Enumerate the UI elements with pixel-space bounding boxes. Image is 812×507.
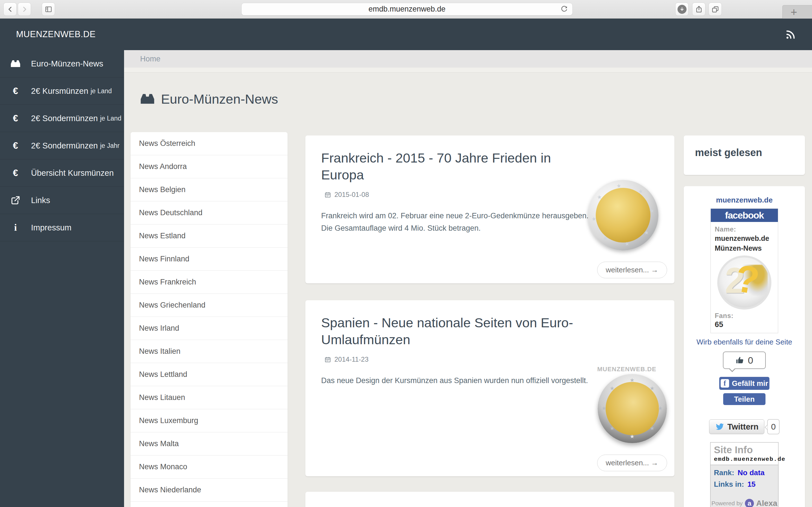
sidebar-item-suffix: je Land [91,87,112,95]
sidebar-item-impressum[interactable]: i Impressum [0,214,124,241]
site-brand[interactable]: MUENZENWEB.DE [16,29,96,40]
external-link-icon [0,195,31,205]
coin-stars: ★ [620,212,626,218]
reload-icon[interactable] [560,5,568,13]
facebook-promote-link[interactable]: Wirb ebenfalls für deine Seite [696,338,792,346]
sidebar-nav: Euro-Münzen-News € 2€ Kursmünzen je Land… [0,50,124,507]
category-item-finnland[interactable]: News Finnland [131,247,288,271]
sidebar-item-label: Übersicht Kursmünzen [31,168,114,178]
category-item-luxemburg[interactable]: News Luxemburg [131,409,288,432]
tweet-count-bubble: 0 [767,419,779,434]
facebook-share-button[interactable]: Teilen [723,393,765,405]
facebook-page-name-line1: muenzenweb.de [715,234,774,243]
facebook-logo: facebook [711,209,778,222]
sidebar-item-sondermuenzen-je-jahr[interactable]: € 2€ Sondermünzen je Jahr [0,132,124,159]
new-tab-button[interactable]: + [782,5,812,18]
facebook-page-avatar: 2 ? [717,256,771,309]
article-title[interactable]: Eurozone - Neues Design der Homepage [321,506,586,507]
category-label: News Andorra [139,162,187,171]
tab-overview-button[interactable] [709,3,722,16]
alexa-rank-value: No data [738,468,764,477]
category-item-litauen[interactable]: News Litauen [131,386,288,409]
sidebar-item-uebersicht-kursmuenzen[interactable]: € Übersicht Kursmünzen [0,159,124,187]
alexa-links-value: 15 [748,480,756,489]
category-label: News Deutschland [139,209,202,217]
alexa-widget: Site Info emdb.muenzenweb.de Rank: No da… [710,442,778,507]
category-item-italien[interactable]: News Italien [131,340,288,363]
category-item-belgien[interactable]: News Belgien [131,178,288,202]
category-item-lettland[interactable]: News Lettland [131,363,288,386]
category-column: News Österreich News Andorra News Belgie… [131,132,288,507]
back-button[interactable] [3,3,17,16]
category-item-griechenland[interactable]: News Griechenland [131,294,288,317]
share-button-label: Teilen [734,395,755,404]
category-item-monaco[interactable]: News Monaco [131,455,288,478]
share-button[interactable] [692,3,705,16]
sidebar-toggle-button[interactable] [42,3,55,16]
category-item-oesterreich[interactable]: News Österreich [131,132,288,155]
like-button-label: Gefällt mir [732,379,768,388]
category-item-estland[interactable]: News Estland [131,224,288,247]
most-read-panel: meist gelesen [684,135,805,175]
tweet-count: 0 [771,422,776,432]
article-title[interactable]: Frankreich - 2015 - 70 Jahre Frieden in … [321,150,586,183]
twitter-row: Twittern 0 [709,419,779,434]
breadcrumb-home-link[interactable]: Home [140,55,160,63]
article-date: 2015-01-08 [335,191,369,199]
sidebar-item-label: 2€ Kursmünzen [31,87,88,96]
social-panel: muenzenweb.de facebook Name: muenzenweb.… [684,186,805,507]
sidebar-item-sondermuenzen-je-land[interactable]: € 2€ Sondermünzen je Land [0,105,124,132]
facebook-like-button[interactable]: f Gefällt mir [719,377,769,390]
article-date: 2014-11-23 [335,355,368,363]
address-bar[interactable]: emdb.muenzenweb.de [241,3,573,15]
category-item-deutschland[interactable]: News Deutschland [131,202,288,224]
downloads-button[interactable] [675,3,689,16]
category-item-niederlande[interactable]: News Niederlande [131,478,288,502]
category-label: News Malta [139,439,179,448]
article-card: Frankreich - 2015 - 70 Jahre Frieden in … [305,135,674,283]
alexa-brand: Alexa [756,499,777,507]
thumbs-up-icon [735,356,745,365]
sidebar-item-label: 2€ Sondermünzen [31,141,98,151]
site-header: MUENZENWEB.DE [0,18,812,50]
alexa-rank-row: Rank: No data [714,468,775,477]
category-label: News Estland [139,231,186,240]
category-label: News Frankreich [139,278,196,286]
calendar-icon [324,191,331,198]
inbox-icon [140,92,155,106]
sidebar-item-links[interactable]: Links [0,187,124,214]
category-item-malta[interactable]: News Malta [131,432,288,455]
sidebar-item-euro-muenzen-news[interactable]: Euro-Münzen-News [0,50,124,77]
article-card: Spanien - Neue nationale Seiten von Euro… [305,300,674,476]
article-card: Eurozone - Neues Design der Homepage 201… [305,492,674,507]
page-title: Euro-Münzen-News [161,91,278,107]
euro-icon: € [0,86,31,96]
category-label: News Irland [139,324,179,333]
sidebar-item-suffix: je Jahr [100,142,119,150]
facebook-name-label: Name: [715,225,774,233]
sidebar-panel-icon [45,5,52,13]
facebook-fans-count: 65 [715,320,774,329]
tweet-button-label: Twittern [727,422,759,432]
category-label: News Niederlande [139,486,201,494]
forward-button[interactable] [18,3,31,16]
alexa-footer[interactable]: Powered by a Alexa [711,493,778,507]
category-item-irland[interactable]: News Irland [131,317,288,340]
article-date-row: 2014-11-23 [321,355,659,363]
alexa-domain: emdb.muenzenweb.de [714,456,775,462]
category-list: News Österreich News Andorra News Belgie… [131,132,288,507]
rss-icon[interactable] [784,29,796,40]
tweet-button[interactable]: Twittern [709,419,764,434]
like-count-bubble: 0 [723,351,766,369]
article-title[interactable]: Spanien - Neue nationale Seiten von Euro… [321,314,586,348]
read-more-button[interactable]: weiterlesen... → [597,262,667,278]
category-item-andorra[interactable]: News Andorra [131,155,288,178]
category-item-frankreich[interactable]: News Frankreich [131,271,288,294]
read-more-button[interactable]: weiterlesen... → [597,455,667,471]
category-label: News Griechenland [139,301,206,309]
sidebar-item-label: Links [31,196,50,205]
sidebar-item-label: Impressum [31,223,71,232]
facebook-page-link[interactable]: muenzenweb.de [716,196,773,205]
sidebar-item-kursmuenzen-je-land[interactable]: € 2€ Kursmünzen je Land [0,77,124,105]
alexa-logo-icon: a [745,499,754,507]
